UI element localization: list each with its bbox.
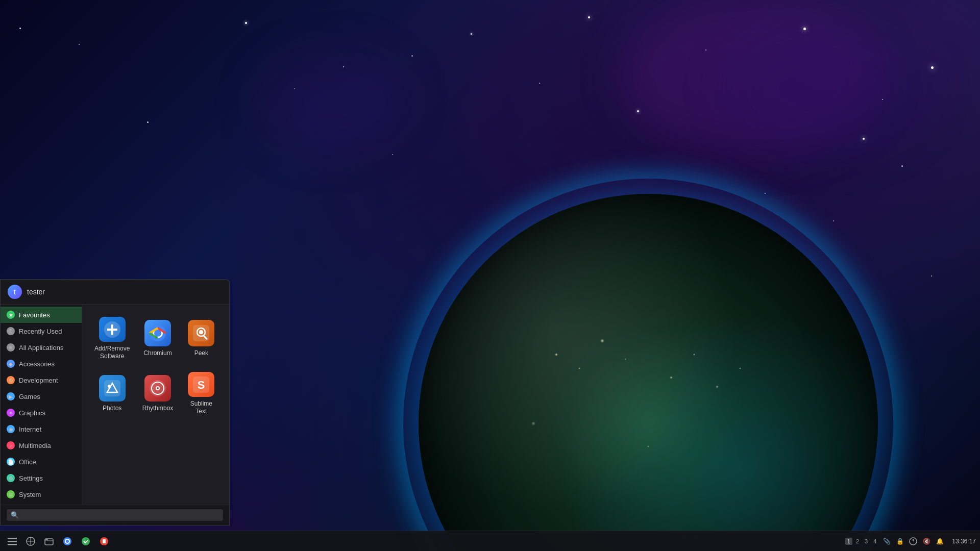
multimedia-icon: ♪ <box>7 441 15 449</box>
app-icon-photos <box>99 375 126 402</box>
workspace-4[interactable]: 4 <box>871 538 878 545</box>
taskbar-files-button[interactable] <box>41 533 57 549</box>
sidebar-item-recently-used[interactable]: ⏱ Recently Used <box>1 323 82 339</box>
svg-point-26 <box>66 540 69 543</box>
svg-rect-19 <box>8 538 17 539</box>
sidebar-item-system[interactable]: 🖥 System <box>1 486 82 503</box>
sidebar-label-graphics: Graphics <box>19 409 45 417</box>
sidebar-item-games[interactable]: ▶ Games <box>1 388 82 405</box>
sidebar-item-office[interactable]: 📄 Office <box>1 454 82 470</box>
avatar-letter: t <box>14 288 16 296</box>
sidebar-item-development[interactable]: ⚙ Development <box>1 372 82 388</box>
sidebar-label-settings: Settings <box>19 474 43 482</box>
app-icon-add-remove-software <box>99 317 126 342</box>
games-icon: ▶ <box>7 392 15 400</box>
app-grid: Add/RemoveSoftware Chromium <box>82 305 229 505</box>
app-label-sublime-text: Sublime Text <box>186 400 217 415</box>
sidebar-item-accessories[interactable]: ◆ Accessories <box>1 356 82 372</box>
app-icon-sublime-text: S <box>188 372 214 397</box>
sidebar-label-system: System <box>19 491 41 498</box>
app-icon-rhythmbox <box>144 375 171 402</box>
all-applications-icon: ≡ <box>7 343 15 352</box>
recently-used-icon: ⏱ <box>7 327 15 335</box>
svg-rect-20 <box>8 541 17 542</box>
sidebar-label-all-applications: All Applications <box>19 344 63 352</box>
search-input[interactable] <box>22 511 219 519</box>
app-label-photos: Photos <box>103 405 121 412</box>
taskbar-browser-button[interactable] <box>22 533 39 549</box>
sidebar-item-settings[interactable]: ⚙ Settings <box>1 470 82 486</box>
app-item-rhythmbox[interactable]: Rhythmbox <box>138 368 177 419</box>
settings-icon: ⚙ <box>7 474 15 482</box>
svg-rect-2 <box>107 329 117 331</box>
menu-search-bar: 🔍 <box>1 505 229 525</box>
taskbar-another-button[interactable] <box>78 533 94 549</box>
tray-volume-icon[interactable]: 🔇 <box>921 536 932 546</box>
app-item-peek[interactable]: Peek <box>182 313 221 364</box>
internet-icon: ◉ <box>7 425 15 433</box>
system-time: 13:36:17 <box>952 538 976 545</box>
svg-point-27 <box>82 537 90 545</box>
app-item-chromium[interactable]: Chromium <box>138 313 177 364</box>
office-icon: 📄 <box>7 458 15 466</box>
app-label-add-remove-software: Add/RemoveSoftware <box>94 345 130 360</box>
tray-power-icon[interactable] <box>908 536 918 546</box>
application-menu: t tester ★ Favourites ⏱ Recently Used ≡ … <box>0 279 230 525</box>
menu-sidebar: ★ Favourites ⏱ Recently Used ≡ All Appli… <box>1 305 82 505</box>
svg-rect-21 <box>8 544 17 545</box>
sidebar-label-multimedia: Multimedia <box>19 442 51 449</box>
app-label-chromium: Chromium <box>143 349 172 357</box>
app-label-peek: Peek <box>194 349 208 357</box>
system-icon: 🖥 <box>7 490 15 498</box>
search-input-wrapper[interactable]: 🔍 <box>7 509 223 521</box>
favourites-icon: ★ <box>7 311 15 319</box>
sidebar-item-graphics[interactable]: ✦ Graphics <box>1 405 82 421</box>
tray-paperclip-icon[interactable]: 📎 <box>881 536 892 546</box>
taskbar-extra-button[interactable] <box>96 533 112 549</box>
sidebar-label-accessories: Accessories <box>19 360 55 368</box>
taskbar: 1 2 3 4 📎 🔒 🔇 🔔 13:36:17 <box>0 531 980 551</box>
svg-point-16 <box>157 387 159 389</box>
tray-lock-icon[interactable]: 🔒 <box>895 536 905 546</box>
username-label: tester <box>27 288 45 296</box>
user-avatar: t <box>8 285 22 299</box>
app-icon-chromium <box>144 320 171 346</box>
sidebar-label-development: Development <box>19 377 58 384</box>
svg-text:S: S <box>198 379 205 391</box>
workspace-3[interactable]: 3 <box>863 538 870 545</box>
workspace-2[interactable]: 2 <box>854 538 861 545</box>
sidebar-label-internet: Internet <box>19 425 41 433</box>
app-item-sublime-text[interactable]: S Sublime Text <box>182 368 221 419</box>
svg-rect-29 <box>103 539 106 543</box>
search-icon: 🔍 <box>11 511 19 519</box>
svg-point-12 <box>108 385 111 388</box>
sidebar-item-all-applications[interactable]: ≡ All Applications <box>1 339 82 356</box>
app-label-rhythmbox: Rhythmbox <box>142 405 174 412</box>
app-item-photos[interactable]: Photos <box>90 368 134 419</box>
menu-body: ★ Favourites ⏱ Recently Used ≡ All Appli… <box>1 305 229 505</box>
development-icon: ⚙ <box>7 376 15 384</box>
tray-notification-icon[interactable]: 🔔 <box>935 536 945 546</box>
menu-header: t tester <box>1 280 229 305</box>
sidebar-item-internet[interactable]: ◉ Internet <box>1 421 82 437</box>
svg-point-8 <box>199 330 203 334</box>
sidebar-item-favourites[interactable]: ★ Favourites <box>1 307 82 323</box>
sidebar-label-office: Office <box>19 458 36 466</box>
app-icon-peek <box>188 320 214 346</box>
sidebar-label-favourites: Favourites <box>19 311 50 319</box>
sidebar-item-multimedia[interactable]: ♪ Multimedia <box>1 437 82 454</box>
app-item-add-remove-software[interactable]: Add/RemoveSoftware <box>90 313 134 364</box>
graphics-icon: ✦ <box>7 409 15 417</box>
taskbar-chromium-button[interactable] <box>59 533 76 549</box>
workspace-indicator: 1 2 3 4 <box>845 538 879 545</box>
workspace-1[interactable]: 1 <box>845 538 852 545</box>
system-tray: 1 2 3 4 📎 🔒 🔇 🔔 13:36:17 <box>845 536 976 546</box>
accessories-icon: ◆ <box>7 360 15 368</box>
sidebar-label-games: Games <box>19 393 40 400</box>
sidebar-label-recently-used: Recently Used <box>19 328 62 335</box>
taskbar-app-menu-button[interactable] <box>4 533 20 549</box>
